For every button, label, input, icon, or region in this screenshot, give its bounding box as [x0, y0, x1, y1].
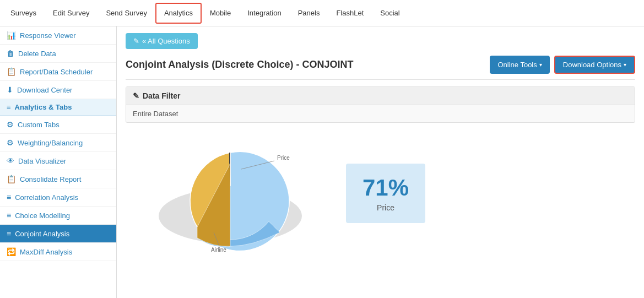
- sidebar-item-analytics-tabs[interactable]: ≡ Analytics & Tabs: [0, 99, 116, 116]
- sidebar-label: Weighting/Balancing: [18, 139, 83, 147]
- sidebar-item-maxdiff-analysis[interactable]: 🔁 MaxDiff Analysis: [0, 243, 116, 261]
- data-filter-section: ✎ Data Filter Entire Dataset: [126, 86, 635, 123]
- data-filter-value: Entire Dataset: [126, 105, 635, 122]
- list-icon: 📋: [7, 175, 16, 183]
- correlation-icon: ≡: [7, 193, 11, 202]
- trash-icon: 🗑: [7, 49, 14, 58]
- maxdiff-icon: 🔁: [7, 247, 16, 256]
- online-tools-label: Online Tools: [497, 61, 537, 69]
- sidebar-item-choice-modelling[interactable]: ≡ Choice Modelling: [0, 207, 116, 225]
- price-annotation: Price: [277, 155, 290, 161]
- data-filter-heading: Data Filter: [143, 91, 180, 100]
- sidebar-label: MaxDiff Analysis: [20, 248, 72, 256]
- all-questions-button[interactable]: ✎ « All Questions: [126, 33, 198, 49]
- nav-analytics[interactable]: Analytics: [155, 3, 202, 24]
- choice-icon: ≡: [7, 211, 11, 220]
- eye-icon: 👁: [7, 156, 14, 165]
- sidebar-item-correlation-analysis[interactable]: ≡ Correlation Analysis: [0, 188, 116, 207]
- title-buttons: Online Tools ▾ Download Options ▾: [490, 56, 635, 74]
- title-row: Conjoint Analysis (Discrete Choice) - CO…: [126, 56, 635, 80]
- all-questions-label: « All Questions: [142, 37, 190, 45]
- sidebar-item-data-visualizer[interactable]: 👁 Data Visualizer: [0, 152, 116, 170]
- sidebar-label: Delete Data: [18, 50, 56, 58]
- nav-mobile[interactable]: Mobile: [202, 3, 239, 24]
- stat-percent: 71%: [362, 175, 409, 201]
- nav-edit-survey[interactable]: Edit Survey: [45, 3, 98, 24]
- sidebar-label: Choice Modelling: [15, 212, 70, 220]
- chart-icon: 📊: [7, 31, 16, 40]
- gear-icon: ⚙: [7, 120, 14, 129]
- nav-social[interactable]: Social: [372, 3, 408, 24]
- sidebar-item-consolidate-report[interactable]: 📋 Consolidate Report: [0, 170, 116, 188]
- sidebar-item-response-viewer[interactable]: 📊 Response Viewer: [0, 26, 116, 45]
- sidebar-item-download-center[interactable]: ⬇ Download Center: [0, 81, 116, 99]
- chart-area: Price Airline 71% Price: [126, 131, 635, 241]
- sidebar-item-custom-tabs[interactable]: ⚙ Custom Tabs: [0, 116, 116, 134]
- airline-annotation: Airline: [211, 247, 226, 252]
- sidebar-label: Correlation Analysis: [15, 193, 78, 202]
- sidebar-label: Response Viewer: [20, 31, 76, 40]
- data-filter-header: ✎ Data Filter: [126, 87, 635, 105]
- sidebar-label: Analytics & Tabs: [15, 103, 72, 111]
- sidebar-label: Conjoint Analysis: [15, 230, 69, 238]
- grid-icon: ≡: [7, 103, 11, 111]
- stat-label: Price: [377, 203, 394, 212]
- nav-integration[interactable]: Integration: [239, 3, 289, 24]
- online-tools-button[interactable]: Online Tools ▾: [490, 56, 549, 74]
- pie-chart-svg: Price Airline: [126, 131, 335, 252]
- main-layout: 📊 Response Viewer 🗑 Delete Data 📋 Report…: [0, 26, 644, 298]
- caret-down-icon: ▾: [539, 62, 542, 68]
- sidebar-label: Download Center: [17, 86, 72, 94]
- sidebar-label: Custom Tabs: [18, 121, 59, 129]
- sidebar-label: Consolidate Report: [20, 175, 81, 183]
- pie-chart-container: Price Airline: [126, 131, 335, 241]
- sidebar-item-weighting[interactable]: ⚙ Weighting/Balancing: [0, 134, 116, 152]
- filter-icon: ✎: [133, 91, 139, 100]
- download-options-label: Download Options: [563, 61, 621, 69]
- caret-down-icon2: ▾: [624, 62, 626, 68]
- edit-icon: ✎: [133, 37, 139, 45]
- sidebar-item-delete-data[interactable]: 🗑 Delete Data: [0, 45, 116, 63]
- download-options-button[interactable]: Download Options ▾: [554, 56, 635, 74]
- top-navigation: Surveys Edit Survey Send Survey Analytic…: [0, 0, 644, 26]
- conjoint-icon: ≡: [7, 229, 11, 238]
- main-content: ✎ « All Questions Conjoint Analysis (Dis…: [117, 26, 644, 298]
- sidebar: 📊 Response Viewer 🗑 Delete Data 📋 Report…: [0, 26, 117, 298]
- nav-flashlet[interactable]: FlashLet: [328, 3, 372, 24]
- sidebar-item-conjoint-analysis[interactable]: ≡ Conjoint Analysis: [0, 225, 116, 243]
- report-icon: 📋: [7, 67, 16, 76]
- download-icon: ⬇: [7, 85, 13, 94]
- nav-panels[interactable]: Panels: [290, 3, 328, 24]
- page-title: Conjoint Analysis (Discrete Choice) - CO…: [126, 59, 353, 71]
- nav-surveys[interactable]: Surveys: [2, 3, 45, 24]
- nav-send-survey[interactable]: Send Survey: [98, 3, 155, 24]
- stat-box: 71% Price: [346, 164, 425, 223]
- sidebar-item-report-scheduler[interactable]: 📋 Report/Data Scheduler: [0, 63, 116, 81]
- sidebar-label: Report/Data Scheduler: [20, 68, 93, 76]
- sidebar-label: Data Visualizer: [18, 157, 66, 165]
- balance-icon: ⚙: [7, 138, 14, 147]
